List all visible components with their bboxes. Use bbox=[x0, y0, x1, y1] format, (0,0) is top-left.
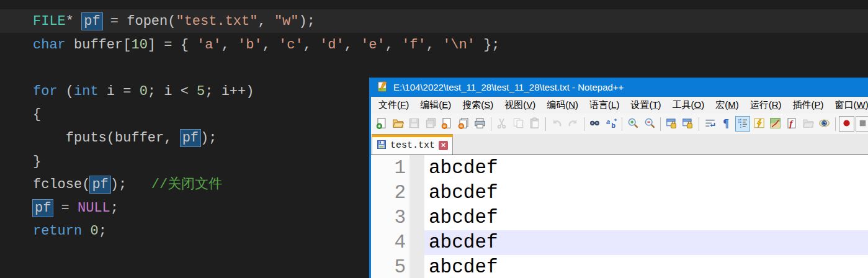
sync-vertical-button[interactable] bbox=[664, 116, 679, 132]
doc-line[interactable]: 5abcdef bbox=[371, 255, 868, 278]
indent-guide-button[interactable] bbox=[735, 116, 750, 132]
symbol-reference-highlight: pf bbox=[82, 13, 102, 30]
word-wrap-button[interactable] bbox=[702, 116, 717, 132]
close-all-icon bbox=[458, 117, 470, 131]
document-lines: 1abcdef2abcdef3abcdef4abcdef5abcdef bbox=[371, 156, 868, 278]
show-all-characters-icon: ¶ bbox=[720, 117, 732, 131]
line-number: 1 bbox=[371, 156, 409, 181]
record-macro-icon bbox=[841, 117, 852, 131]
document-map-button[interactable] bbox=[768, 116, 783, 132]
menu-language[interactable]: 语言(L) bbox=[584, 98, 625, 112]
document-area[interactable]: 1abcdef2abcdef3abcdef4abcdef5abcdef bbox=[371, 155, 868, 278]
saved-file-icon bbox=[377, 140, 387, 152]
replace-icon: ab bbox=[606, 117, 617, 131]
document-map-icon bbox=[769, 117, 781, 131]
close-all-button[interactable] bbox=[456, 116, 471, 132]
menu-window[interactable]: 窗口(W) bbox=[830, 98, 868, 112]
toolbar-separator bbox=[622, 117, 622, 131]
redo-button[interactable] bbox=[565, 116, 580, 132]
line-number: 2 bbox=[371, 181, 409, 205]
tab-test-txt[interactable]: test.txt × bbox=[372, 134, 453, 155]
stop-macro-button[interactable] bbox=[856, 116, 868, 132]
menu-plugins[interactable]: 插件(P) bbox=[787, 98, 830, 112]
zoom-out-icon bbox=[644, 117, 656, 131]
new-file-button[interactable] bbox=[374, 116, 389, 132]
tab-label: test.txt bbox=[390, 140, 435, 151]
menu-encoding[interactable]: 编码(N) bbox=[541, 98, 584, 112]
cut-button[interactable] bbox=[494, 116, 509, 132]
show-all-characters-button[interactable]: ¶ bbox=[718, 116, 733, 132]
menu-search[interactable]: 搜索(S) bbox=[457, 98, 499, 112]
print-icon bbox=[474, 117, 486, 131]
toolbar-separator bbox=[699, 117, 699, 131]
toolbar-separator bbox=[835, 117, 836, 131]
function-list-button[interactable] bbox=[751, 116, 766, 132]
tab-close-icon[interactable]: × bbox=[439, 141, 448, 150]
function-list-icon bbox=[753, 117, 765, 131]
svg-text:a: a bbox=[606, 117, 610, 125]
copy-icon bbox=[512, 117, 524, 131]
redo-icon bbox=[567, 117, 579, 131]
symbol-reference-highlight: pf bbox=[33, 200, 53, 217]
save-icon bbox=[408, 117, 420, 131]
save-button[interactable] bbox=[407, 116, 422, 132]
titlebar[interactable]: E:\104\2022\test_11_28\test_11_28\test.t… bbox=[371, 78, 868, 97]
menu-tools[interactable]: 工具(O) bbox=[667, 98, 710, 112]
menu-view[interactable]: 视图(V) bbox=[499, 98, 541, 112]
notepadpp-app-icon bbox=[377, 81, 388, 94]
menu-macro[interactable]: 宏(M) bbox=[710, 98, 745, 112]
menu-bar: 文件(F)编辑(E)搜索(S)视图(V)编码(N)语言(L)设置(T)工具(O)… bbox=[371, 97, 868, 114]
folder-workspace-icon bbox=[802, 117, 814, 131]
line-text: abcdef bbox=[424, 181, 868, 205]
line-text: abcdef bbox=[424, 230, 868, 255]
menu-file[interactable]: 文件(F) bbox=[373, 98, 414, 112]
code-line: char buffer[10] = { 'a', 'b', 'c', 'd', … bbox=[33, 34, 500, 57]
sync-horizontal-button[interactable] bbox=[681, 116, 696, 132]
svg-text:b: b bbox=[611, 122, 615, 129]
record-macro-button[interactable] bbox=[839, 116, 854, 132]
tab-bar: test.txt × bbox=[371, 134, 868, 155]
line-number: 4 bbox=[371, 230, 409, 255]
zoom-in-button[interactable] bbox=[625, 116, 640, 132]
sync-vertical-icon bbox=[666, 117, 678, 131]
notepadpp-window: E:\104\2022\test_11_28\test_11_28\test.t… bbox=[369, 78, 868, 278]
menu-settings[interactable]: 设置(T) bbox=[625, 98, 666, 112]
find-icon bbox=[589, 117, 601, 131]
toolbar-separator bbox=[491, 117, 491, 131]
window-title: E:\104\2022\test_11_28\test_11_28\test.t… bbox=[393, 82, 624, 92]
zoom-out-button[interactable] bbox=[642, 116, 657, 132]
doc-line-current[interactable]: 4abcdef bbox=[371, 230, 868, 255]
save-all-button[interactable] bbox=[423, 116, 438, 132]
doc-line[interactable]: 3abcdef bbox=[371, 205, 868, 230]
stop-macro-icon bbox=[857, 117, 868, 131]
close-file-button[interactable] bbox=[440, 116, 455, 132]
code-line bbox=[33, 56, 500, 80]
paste-button[interactable] bbox=[527, 116, 542, 132]
zoom-in-icon bbox=[627, 117, 639, 131]
close-file-icon bbox=[441, 117, 453, 131]
monitoring-icon bbox=[818, 117, 830, 131]
doc-switcher-button[interactable]: f bbox=[784, 116, 799, 132]
menu-run[interactable]: 运行(R) bbox=[745, 98, 787, 112]
new-file-icon bbox=[376, 117, 388, 131]
monitoring-button[interactable] bbox=[817, 116, 832, 132]
line-text: abcdef bbox=[424, 156, 868, 181]
screenshot-root: FILE* pf = fopen("test.txt", "w");char b… bbox=[0, 0, 868, 278]
line-number: 5 bbox=[371, 255, 409, 278]
code-line: FILE* pf = fopen("test.txt", "w"); bbox=[33, 10, 500, 34]
doc-line[interactable]: 2abcdef bbox=[371, 181, 868, 205]
symbol-reference-highlight: pf bbox=[90, 176, 110, 193]
print-button[interactable] bbox=[472, 116, 487, 132]
open-file-button[interactable] bbox=[390, 116, 405, 132]
sync-horizontal-icon bbox=[682, 117, 694, 131]
paste-icon bbox=[529, 117, 540, 131]
find-button[interactable] bbox=[588, 116, 602, 132]
menu-edit[interactable]: 编辑(E) bbox=[414, 98, 457, 112]
save-all-icon bbox=[425, 117, 437, 131]
copy-button[interactable] bbox=[511, 116, 526, 132]
word-wrap-icon bbox=[704, 117, 716, 131]
doc-line[interactable]: 1abcdef bbox=[371, 156, 868, 181]
undo-button[interactable] bbox=[549, 116, 564, 132]
folder-workspace-button[interactable] bbox=[800, 116, 815, 132]
replace-button[interactable]: ab bbox=[604, 116, 619, 132]
